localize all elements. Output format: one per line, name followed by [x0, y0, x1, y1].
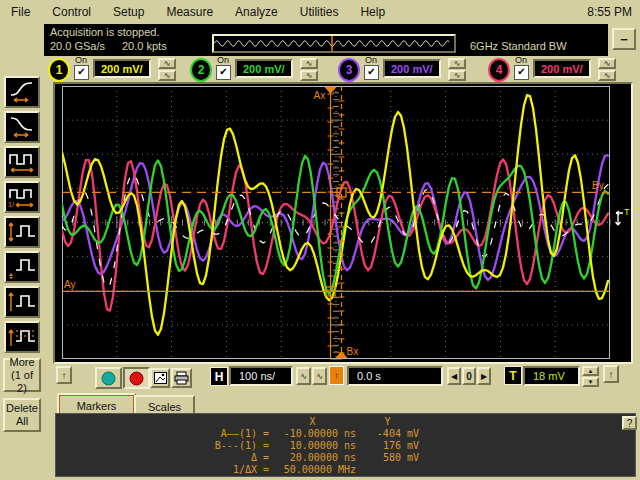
marker-delta-y-value: 580 mV	[356, 452, 419, 464]
markers-col-y: Y	[356, 416, 419, 428]
horizontal-position-field[interactable]: 0.0 s	[347, 366, 443, 386]
channel-4-scale-down-button[interactable]: ∿	[598, 70, 616, 81]
rise-time-icon	[7, 79, 37, 105]
channel-2-badge[interactable]: 2	[190, 58, 212, 82]
channel-3-on-label: On	[365, 55, 377, 65]
tab-markers-label: Markers	[77, 400, 117, 412]
delete-all-button[interactable]: Delete All	[3, 398, 41, 432]
v-amplitude-icon	[7, 219, 37, 245]
trigger-label: T	[504, 366, 522, 385]
menu-analyze[interactable]: Analyze	[224, 3, 289, 21]
channel-3-badge[interactable]: 3	[338, 58, 360, 82]
help-button[interactable]: ?	[622, 416, 637, 430]
marker-freq-value: 50.00000 MHz	[269, 464, 356, 476]
sidebar-item-v-base[interactable]	[4, 251, 40, 283]
image-export-icon	[154, 372, 167, 384]
menu-control[interactable]: Control	[41, 3, 102, 21]
run-button[interactable]	[95, 367, 122, 389]
svg-text:Ay: Ay	[64, 279, 76, 290]
channel-3-controls: 3 On ✔ 200 mV/ ∿∿	[338, 57, 476, 82]
save-image-button[interactable]	[150, 368, 170, 388]
channel-2-scale-field[interactable]: 200 mV/	[235, 59, 293, 78]
channel-4-scale-up-button[interactable]: ∿	[598, 58, 616, 69]
trigger-level-down-button[interactable]: ▼	[582, 377, 599, 387]
channel-2-on-checkbox[interactable]: ✔	[216, 65, 231, 80]
channel-3-scale-up-button[interactable]: ∿	[448, 58, 466, 69]
marker-b-label: B---(1) =	[56, 440, 269, 452]
marker-a-row: A——(1) = -10.00000 ns -404 mV	[56, 428, 635, 440]
channel-1-scale-field[interactable]: 200 mV/	[93, 59, 151, 78]
position-left-button[interactable]: ◀	[447, 367, 461, 385]
marker-delta-x-value: 20.00000 ns	[269, 452, 356, 464]
markers-header-row: XY	[56, 416, 635, 428]
channel-4-badge[interactable]: 4	[488, 58, 510, 82]
sidebar-item-v-top[interactable]	[4, 286, 40, 318]
delete-label: Delete	[6, 402, 38, 415]
channel-2-controls: 2 On ✔ 200 mV/ ∿∿	[190, 57, 328, 82]
sidebar-item-rise-time[interactable]	[4, 76, 40, 108]
waveform-preview[interactable]	[212, 34, 456, 53]
timebase-zoom-out-button[interactable]: ∿	[296, 367, 311, 385]
marker-b-y-value: 176 mV	[356, 440, 419, 452]
sidebar-item-period[interactable]	[4, 146, 40, 178]
stop-button[interactable]	[123, 367, 150, 389]
timebase-scale-field[interactable]: 100 ns/	[229, 366, 293, 386]
position-right-button[interactable]: ▶	[477, 367, 491, 385]
trigger-level-up-button[interactable]: ▲	[582, 366, 599, 376]
expand-right-button[interactable]: ↑	[603, 365, 619, 383]
trigger-level-field[interactable]: 18 mV	[523, 366, 580, 386]
menu-utilities[interactable]: Utilities	[289, 3, 350, 21]
svg-text:Bx: Bx	[346, 346, 358, 357]
channel-3-scale-down-button[interactable]: ∿	[448, 70, 466, 81]
menu-help[interactable]: Help	[349, 3, 396, 21]
v-base-icon	[7, 254, 37, 280]
channel-1-on-checkbox[interactable]: ✔	[74, 65, 89, 80]
trigger-level-icon[interactable]: T	[611, 205, 633, 233]
menu-bar: File Control Setup Measure Analyze Utili…	[0, 0, 640, 23]
svg-text:1/: 1/	[8, 201, 14, 208]
minimize-button[interactable]: −	[612, 28, 636, 50]
more-measurements-button[interactable]: More (1 of 2)	[3, 358, 41, 392]
oscilloscope-screen: File Control Setup Measure Analyze Utili…	[0, 0, 640, 480]
channel-1-scale-up-button[interactable]: ∿	[158, 58, 176, 69]
channel-2-scale-up-button[interactable]: ∿	[300, 58, 318, 69]
sample-rate: 20.0 GSa/s	[50, 40, 105, 52]
channel-1-badge[interactable]: 1	[48, 58, 70, 82]
v-rms-icon	[7, 324, 37, 350]
svg-text:Ax: Ax	[314, 90, 326, 101]
menu-setup[interactable]: Setup	[102, 3, 155, 21]
delete-all-label: All	[16, 415, 28, 428]
menu-measure[interactable]: Measure	[155, 3, 224, 21]
stop-icon	[129, 371, 144, 386]
timebase-zoom-in-button[interactable]: ∿	[312, 367, 327, 385]
sidebar-item-frequency[interactable]: 1/	[4, 181, 40, 213]
marker-a-label: A——(1) =	[56, 428, 269, 440]
marker-delta-label: Δ =	[56, 452, 269, 464]
clock: 8:55 PM	[587, 5, 640, 19]
v-top-icon	[7, 289, 37, 315]
channel-4-scale-field[interactable]: 200 mV/	[533, 59, 591, 78]
expand-left-button[interactable]: ↑	[56, 366, 72, 384]
channel-3-on-checkbox[interactable]: ✔	[364, 65, 379, 80]
print-button[interactable]	[171, 368, 192, 388]
trigger-position-button[interactable]: ↑	[329, 366, 344, 385]
waveform-display[interactable]: AxBxAyBy T	[53, 82, 633, 364]
sidebar-item-v-rms[interactable]	[4, 321, 40, 353]
channel-2-scale-down-button[interactable]: ∿	[300, 70, 318, 81]
menu-file[interactable]: File	[0, 3, 41, 21]
sidebar-item-fall-time[interactable]	[4, 111, 40, 143]
marker-b-row: B---(1) = 10.00000 ns 176 mV	[56, 440, 635, 452]
sidebar-item-v-amplitude[interactable]	[4, 216, 40, 248]
channel-1-scale-down-button[interactable]: ∿	[158, 70, 176, 81]
position-zero-button[interactable]: 0	[462, 367, 476, 385]
channel-4-on-checkbox[interactable]: ✔	[514, 65, 529, 80]
channel-3-scale-field[interactable]: 200 mV/	[383, 59, 441, 78]
period-icon	[7, 149, 37, 175]
channel-2-on-label: On	[217, 55, 229, 65]
channel-1-controls: 1 On ✔ 200 mV/ ∿∿	[48, 57, 186, 82]
fall-time-icon	[7, 114, 37, 140]
svg-text:T: T	[624, 207, 630, 217]
preview-waveform-icon	[214, 36, 454, 51]
run-icon	[101, 371, 116, 386]
markers-readout-panel: XY A——(1) = -10.00000 ns -404 mV B---(1)…	[55, 413, 636, 477]
